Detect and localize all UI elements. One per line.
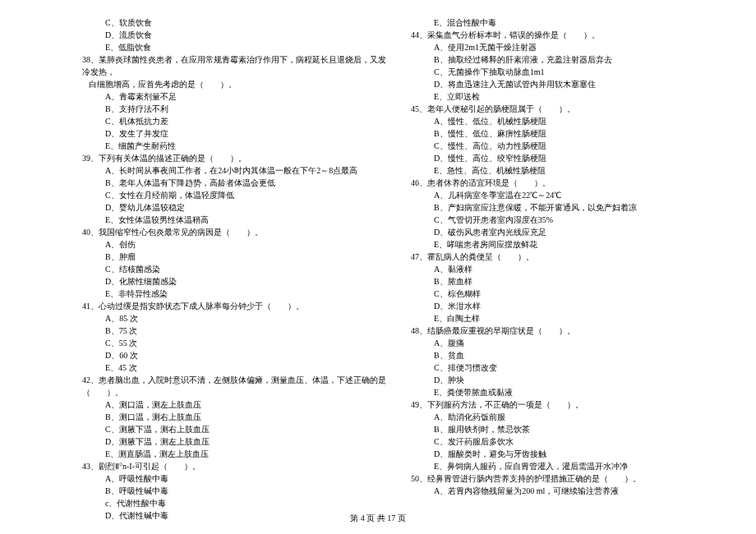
q49-opt-c: C、发汗药服后多饮水 (411, 435, 715, 448)
q43-opt-b: B、呼吸性碱中毒 (82, 485, 386, 497)
q46-opt-d: D、破伤风患者室内光线应充足 (411, 226, 715, 238)
q47-opt-e: E、白陶土样 (411, 312, 715, 325)
q48-stem: 48、结肠癌最应重视的早期症状是（ ）。 (411, 325, 715, 337)
q45-opt-b: B、慢性、低位、麻痹性肠梗阻 (411, 127, 715, 140)
q41-opt-a: A、85 次 (82, 312, 386, 325)
q41-opt-b: B、75 次 (82, 325, 386, 337)
q45-opt-a: A、慢性、低位、机械性肠梗阻 (411, 115, 715, 127)
q48-opt-a: A、腹痛 (411, 337, 715, 349)
q47-opt-a: A、黏液样 (411, 263, 715, 275)
q38-opt-e: E、细菌产生耐药性 (82, 140, 386, 152)
q43-stem: 43、剧烈Ⅱ°n-I-可引起（ ）。 (82, 460, 386, 472)
q46-opt-e: E、哮喘患者房间应摆放鲜花 (411, 238, 715, 251)
q39-stem: 39、下列有关体温的描述正确的是（ ）。 (82, 152, 386, 164)
q39-opt-a: A、长时间从事夜间工作者，在24小时内其体温一般在下午2～8点最高 (82, 164, 386, 177)
q37-opt-d: D、流质饮食 (82, 29, 386, 41)
q44-opt-d: D、将血迅速注入无菌试管内并用软木塞塞住 (411, 78, 715, 90)
q44-stem: 44、采集血气分析标本时，错误的操作是（ ）。 (411, 29, 715, 41)
q48-opt-c: C、排便习惯改变 (411, 361, 715, 374)
q46-opt-b: B、产妇病室应注意保暖，不能开窗通风，以免产妇着凉 (411, 201, 715, 214)
q42-opt-e: E、测直肠温，测左上肢血压 (82, 448, 386, 460)
q48-opt-d: D、肿块 (411, 374, 715, 386)
q37-opt-c: C、软质饮食 (82, 16, 386, 29)
q41-opt-d: D、60 次 (82, 349, 386, 361)
q45-stem: 45、老年人便秘引起的肠梗阻属于（ ）。 (411, 103, 715, 115)
q42-stem: 42、患者脑出血，入院时意识不清，左侧肢体偏瘫，测量血压、体温，下述正确的是（ … (82, 374, 386, 398)
q44-opt-b: B、抽取经过稀释的肝素溶液，充盈注射器后弃去 (411, 53, 715, 66)
q42-opt-b: B、测口温，测右上肢血压 (82, 411, 386, 423)
left-column: C、软质饮食 D、流质饮食 E、低脂饮食 38、某肺炎球菌性炎患者，在应用常规青… (82, 16, 386, 522)
q46-opt-a: A、儿科病室冬季室温在22℃～24℃ (411, 189, 715, 201)
q45-opt-c: C、慢性、高位、动力性肠梗阻 (411, 140, 715, 152)
q46-opt-c: C、气管切开患者室内湿度在35% (411, 214, 715, 226)
q38-opt-c: C、机体抵抗力差 (82, 115, 386, 127)
q45-opt-d: D、慢性、高位、绞窄性肠梗阻 (411, 152, 715, 164)
q46-stem: 46、患者休养的适宜环境是（ ）。 (411, 177, 715, 189)
q42-opt-c: C、测腋下温，测右上肢血压 (82, 423, 386, 435)
q50-opt-a: A、若胃内容物残留量为200 ml，可继续输注营养液 (411, 485, 715, 497)
q38-opt-a: A、青霉素剂量不足 (82, 90, 386, 103)
q49-opt-d: D、服酸类时，避免与牙齿接触 (411, 448, 715, 460)
q45-opt-e: E、急性、高位、机械性肠梗阻 (411, 164, 715, 177)
page-footer: 第 4 页 共 17 页 (0, 512, 756, 524)
q41-opt-c: C、55 次 (82, 337, 386, 349)
right-column: E、混合性酸中毒 44、采集血气分析标本时，错误的操作是（ ）。 A、使用2m1… (411, 16, 715, 522)
q42-opt-d: D、测腋下温，测左上肢血压 (82, 435, 386, 448)
page-columns: C、软质饮食 D、流质饮食 E、低脂饮食 38、某肺炎球菌性炎患者，在应用常规青… (82, 16, 715, 522)
q49-stem: 49、下列服药方法，不正确的一项是（ ）。 (411, 398, 715, 411)
q47-opt-b: B、脓血样 (411, 275, 715, 288)
q49-opt-e: E、鼻饲病人服药，应自胃管灌入，灌后需温开水冲净 (411, 460, 715, 472)
q40-opt-c: C、结核菌感染 (82, 263, 386, 275)
q43-opt-a: A、呼吸性酸中毒 (82, 472, 386, 485)
q49-opt-b: B、服用铁剂时，禁忌饮茶 (411, 423, 715, 435)
q38-stem-cont: 白细胞增高，应首先考虑的是（ ）。 (82, 78, 386, 90)
q48-opt-b: B、贫血 (411, 349, 715, 361)
q47-stem: 47、霍乱病人的粪便呈（ ）。 (411, 251, 715, 263)
q47-opt-c: C、棕色糊样 (411, 288, 715, 300)
q40-opt-b: B、肿瘤 (82, 251, 386, 263)
q38-stem: 38、某肺炎球菌性炎患者，在应用常规青霉素治疗作用下，病程延长且退烧后，又发冷发… (82, 53, 386, 78)
q44-opt-a: A、使用2m1无菌干燥注射器 (411, 41, 715, 53)
q50-stem: 50、经鼻胃管进行肠内营养支持的护理措施正确的是（ ）。 (411, 472, 715, 485)
q41-opt-e: E、45 次 (82, 361, 386, 374)
q39-opt-b: B、老年人体温有下降趋势，高龄者体温会更低 (82, 177, 386, 189)
q43-opt-e: E、混合性酸中毒 (411, 16, 715, 29)
q49-opt-a: A、助消化药饭前服 (411, 411, 715, 423)
q40-stem: 40、我国缩窄性心包炎最常见的病因是（ ）。 (82, 226, 386, 238)
q40-opt-a: A、创伤 (82, 238, 386, 251)
q37-opt-e: E、低脂饮食 (82, 41, 386, 53)
q39-opt-e: E、女性体温较男性体温稍高 (82, 214, 386, 226)
q43-opt-c: c、代谢性酸中毒 (82, 497, 386, 509)
q42-opt-a: A、测口温，测左上肢血压 (82, 398, 386, 411)
q39-opt-c: C、女性在月经前期，体温轻度降低 (82, 189, 386, 201)
q44-opt-c: C、无菌操作下抽取动脉血1m1 (411, 66, 715, 78)
q40-opt-d: D、化脓性细菌感染 (82, 275, 386, 288)
q47-opt-d: D、米泔水样 (411, 300, 715, 312)
q38-opt-d: D、发生了并发症 (82, 127, 386, 140)
q41-stem: 41、心动过缓是指安静状态下成人脉率每分钟少于（ ）。 (82, 300, 386, 312)
q40-opt-e: E、非特异性感染 (82, 288, 386, 300)
q44-opt-e: E、立即送检 (411, 90, 715, 103)
q38-opt-b: B、支持疗法不利 (82, 103, 386, 115)
q48-opt-e: E、粪便带脓血或黏液 (411, 386, 715, 398)
q39-opt-d: D、婴幼儿体温较稳定 (82, 201, 386, 214)
